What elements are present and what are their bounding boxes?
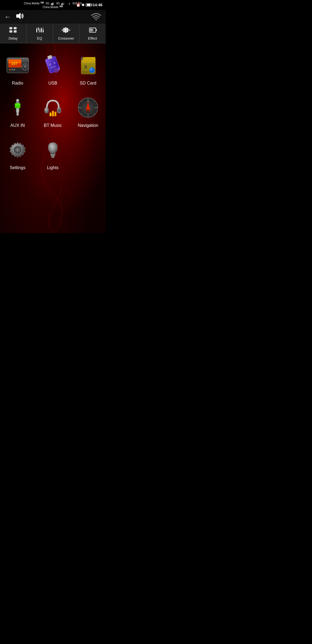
svg-text:E: E xyxy=(95,107,96,109)
svg-rect-71 xyxy=(52,111,54,116)
carrier2-label: China Mobile HD xyxy=(43,5,63,9)
svg-rect-22 xyxy=(65,27,66,33)
svg-point-91 xyxy=(17,149,18,150)
app-sdcard[interactable]: S SD Card xyxy=(70,49,106,91)
svg-rect-5 xyxy=(62,3,63,5)
crossover-icon xyxy=(61,26,71,35)
svg-rect-13 xyxy=(38,27,39,30)
radio-label: Radio xyxy=(12,81,23,86)
status-right: ⏰ ✱ 14:46 xyxy=(76,3,102,7)
app-auxin[interactable]: AUX IN xyxy=(0,91,35,133)
carrier1-label: China Mobile HD 5G 4G 816 B/s xyxy=(24,2,82,5)
btmusic-label: BT Music xyxy=(44,123,62,128)
svg-rect-50 xyxy=(84,57,86,62)
wifi-icon xyxy=(91,12,101,21)
svg-rect-19 xyxy=(43,30,44,32)
svg-rect-49 xyxy=(83,57,84,62)
alarm-icon: ⏰ xyxy=(76,3,80,7)
svg-point-98 xyxy=(50,144,52,147)
svg-rect-54 xyxy=(91,57,92,62)
svg-rect-52 xyxy=(88,57,89,62)
settings-label: Settings xyxy=(10,165,25,170)
time-label: 14:46 xyxy=(93,3,102,7)
svg-rect-1 xyxy=(52,3,52,5)
usb-label: USB xyxy=(48,81,57,86)
lights-icon xyxy=(41,138,65,162)
auxin-icon xyxy=(5,95,30,120)
empty-cell xyxy=(70,133,106,176)
back-button[interactable]: ← xyxy=(4,13,11,21)
svg-rect-17 xyxy=(41,28,42,32)
bt-icon: ✱ xyxy=(82,3,84,7)
app-btmusic[interactable]: BT Music xyxy=(35,91,70,133)
svg-text:W: W xyxy=(80,107,82,109)
speaker-icon[interactable] xyxy=(15,12,24,21)
svg-rect-21 xyxy=(63,28,65,32)
delay-icon xyxy=(9,26,17,35)
svg-rect-53 xyxy=(89,57,90,62)
app-grid: 107 Radio xyxy=(0,43,106,181)
auxin-label: AUX IN xyxy=(10,123,25,128)
svg-rect-2 xyxy=(53,3,53,5)
tab-crossover[interactable]: Crossover xyxy=(53,24,80,43)
svg-rect-3 xyxy=(53,2,54,5)
svg-text:107: 107 xyxy=(11,61,18,66)
svg-rect-24 xyxy=(68,29,70,31)
svg-rect-70 xyxy=(50,112,51,116)
svg-rect-66 xyxy=(45,108,48,113)
effect-icon xyxy=(88,26,97,35)
main-content: 107 Radio xyxy=(0,43,106,233)
svg-rect-55 xyxy=(93,57,94,62)
app-lights[interactable]: Lights xyxy=(35,133,70,176)
tab-delay-label: Delay xyxy=(9,36,18,40)
app-navigation[interactable]: N S W E Navigation xyxy=(70,91,106,133)
svg-rect-27 xyxy=(90,29,92,31)
battery-icon xyxy=(86,3,92,7)
lights-label: Lights xyxy=(47,165,59,170)
svg-rect-11 xyxy=(36,28,37,32)
tab-crossover-label: Crossover xyxy=(58,36,74,40)
svg-rect-93 xyxy=(51,156,55,157)
svg-point-37 xyxy=(24,66,26,68)
svg-rect-4 xyxy=(61,4,62,5)
svg-point-58 xyxy=(89,67,95,73)
svg-rect-0 xyxy=(51,4,51,5)
svg-point-39 xyxy=(11,69,13,70)
tab-effect[interactable]: Effect xyxy=(79,24,106,43)
tab-effect-label: Effect xyxy=(88,36,97,40)
svg-rect-62 xyxy=(15,103,20,105)
svg-point-38 xyxy=(9,69,11,70)
svg-point-69 xyxy=(58,110,60,111)
svg-rect-72 xyxy=(54,112,56,116)
svg-point-59 xyxy=(90,68,92,70)
top-nav: ← xyxy=(0,10,106,24)
svg-rect-20 xyxy=(62,29,63,31)
carrier-info: China Mobile HD 5G 4G 816 B/s China Mobi… xyxy=(24,2,82,9)
app-radio[interactable]: 107 Radio xyxy=(0,49,35,91)
eq-icon xyxy=(35,26,44,35)
svg-rect-25 xyxy=(70,30,71,31)
svg-text:S: S xyxy=(84,65,87,69)
svg-rect-94 xyxy=(51,157,54,158)
svg-rect-65 xyxy=(16,102,19,103)
svg-point-9 xyxy=(96,19,97,20)
svg-rect-63 xyxy=(17,112,19,116)
settings-icon xyxy=(5,138,30,162)
svg-rect-23 xyxy=(67,28,68,32)
svg-rect-28 xyxy=(92,29,93,31)
svg-point-40 xyxy=(14,69,15,70)
svg-rect-15 xyxy=(40,29,40,32)
sdcard-icon: S xyxy=(76,53,100,78)
app-usb[interactable]: USB xyxy=(35,49,70,91)
usb-icon xyxy=(41,53,65,78)
navigation-label: Navigation xyxy=(78,123,98,128)
tab-eq[interactable]: EQ xyxy=(27,24,53,43)
tab-delay[interactable]: Delay xyxy=(0,24,27,43)
tab-eq-label: EQ xyxy=(37,36,42,40)
status-bar: China Mobile HD 5G 4G 816 B/s China Mobi… xyxy=(0,0,106,10)
radio-icon: 107 xyxy=(5,53,30,78)
tab-bar: Delay EQ xyxy=(0,24,106,43)
sdcard-label: SD Card xyxy=(80,81,96,86)
app-settings[interactable]: Settings xyxy=(0,133,35,176)
svg-rect-64 xyxy=(16,101,19,102)
